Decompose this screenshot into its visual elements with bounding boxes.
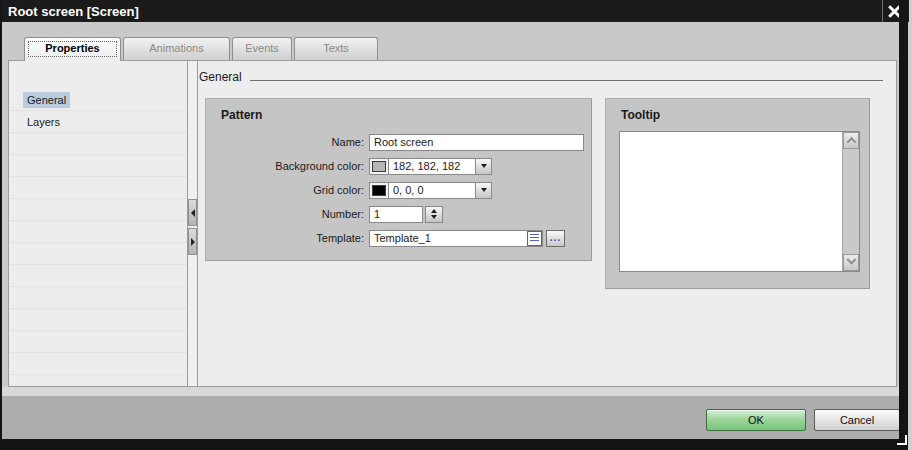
tooltip-group-title: Tooltip [621, 108, 660, 122]
template-label: Template: [214, 232, 364, 244]
scroll-up-icon [846, 137, 856, 147]
sidebar-empty-row [9, 221, 187, 243]
window-border-bottom [0, 439, 908, 450]
background-color-swatch-button[interactable] [369, 158, 389, 175]
collapse-right-button[interactable] [188, 228, 197, 255]
sidebar-item-layers[interactable]: Layers [9, 111, 187, 133]
tab-events[interactable]: Events [232, 37, 292, 60]
tab-animations[interactable]: Animations [123, 37, 230, 60]
sidebar-item-general[interactable]: General [9, 89, 187, 111]
sidebar-empty-row [9, 331, 187, 353]
background-color-label: Background color: [214, 160, 364, 172]
footer-strip [2, 387, 899, 396]
name-input[interactable] [369, 134, 584, 151]
tooltip-field [619, 131, 860, 272]
cancel-button[interactable]: Cancel [814, 409, 900, 431]
grid-color-swatch-button[interactable] [369, 182, 389, 199]
sidebar-empty-row [9, 199, 187, 221]
template-row: Template: ... [214, 229, 565, 247]
background-color-value[interactable]: 182, 182, 182 [389, 158, 475, 175]
sidebar-empty-row [9, 155, 187, 177]
browse-button[interactable]: ... [546, 230, 565, 247]
name-label: Name: [214, 136, 364, 148]
name-row: Name: [214, 133, 584, 151]
scroll-down-icon [846, 255, 856, 265]
template-field [369, 230, 543, 247]
window-border-left [0, 0, 2, 450]
sidebar-empty-row [9, 287, 187, 309]
resize-grip-icon[interactable] [897, 435, 907, 445]
sidebar-splitter[interactable] [187, 61, 198, 386]
collapse-left-button[interactable] [188, 199, 197, 226]
tab-bar: Properties Animations Events Texts [24, 37, 378, 61]
dropdown-arrow-icon [481, 188, 487, 192]
collapse-left-icon [191, 209, 195, 217]
background-color-dropdown-button[interactable] [475, 158, 492, 175]
dialog-window: Root screen [Screen] Properties Animatio… [0, 0, 912, 450]
tab-texts[interactable]: Texts [294, 37, 378, 60]
section-header: General [199, 70, 883, 84]
sidebar-item-label: Layers [23, 114, 64, 130]
section-rule [250, 70, 883, 81]
window-title: Root screen [Screen] [0, 4, 139, 19]
sidebar: General Layers [9, 61, 187, 386]
sidebar-empty-row [9, 265, 187, 287]
titlebar[interactable]: Root screen [Screen] [0, 0, 909, 22]
pattern-group-title: Pattern [221, 108, 262, 122]
tab-properties[interactable]: Properties [24, 37, 121, 61]
object-list-icon [530, 234, 539, 243]
tooltip-textarea[interactable] [620, 132, 842, 271]
tooltip-scrollbar[interactable] [842, 132, 859, 271]
background-color-swatch [372, 161, 386, 172]
section-title: General [199, 70, 242, 84]
spinner-down-icon [431, 215, 437, 219]
pattern-group: Pattern Name: Background color: 182, 182… [205, 98, 592, 261]
number-row: Number: [214, 205, 443, 223]
tooltip-group: Tooltip [605, 98, 870, 289]
window-border-right [899, 0, 908, 450]
grid-color-value[interactable]: 0, 0, 0 [389, 182, 475, 199]
button-bar: OK Cancel [2, 396, 899, 439]
sidebar-item-label: General [23, 92, 70, 108]
ok-button[interactable]: OK [706, 409, 806, 431]
grid-color-row: Grid color: 0, 0, 0 [214, 181, 492, 199]
background-color-row: Background color: 182, 182, 182 [214, 157, 492, 175]
dropdown-arrow-icon [481, 164, 487, 168]
sidebar-empty-row [9, 133, 187, 155]
object-list-button[interactable] [527, 231, 542, 246]
scroll-down-button[interactable] [843, 254, 859, 271]
grid-color-swatch [372, 185, 386, 196]
grid-color-label: Grid color: [214, 184, 364, 196]
template-input[interactable] [369, 230, 543, 247]
sidebar-empty-row [9, 243, 187, 265]
sidebar-empty-row [9, 353, 187, 375]
scroll-up-button[interactable] [843, 132, 859, 149]
spinner-up-icon [431, 209, 437, 213]
number-spinner[interactable] [425, 206, 443, 223]
grid-color-dropdown-button[interactable] [475, 182, 492, 199]
number-label: Number: [214, 208, 364, 220]
sidebar-empty-row [9, 309, 187, 331]
collapse-right-icon [191, 238, 195, 246]
number-input[interactable] [369, 206, 423, 223]
sidebar-empty-row [9, 177, 187, 199]
